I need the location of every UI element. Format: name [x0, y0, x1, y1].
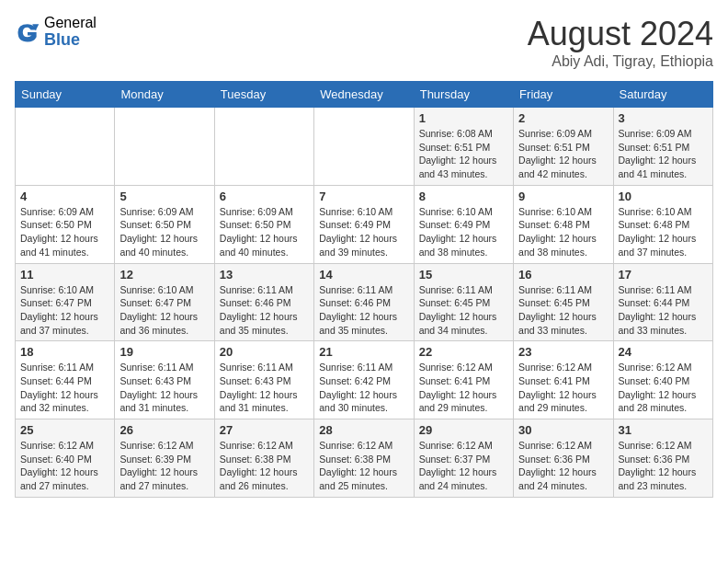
day-cell: 7Sunrise: 6:10 AM Sunset: 6:49 PM Daylig… — [314, 185, 414, 263]
day-cell: 16Sunrise: 6:11 AM Sunset: 6:45 PM Dayli… — [514, 263, 613, 341]
day-info: Sunrise: 6:11 AM Sunset: 6:46 PM Dayligh… — [220, 283, 309, 338]
day-info: Sunrise: 6:09 AM Sunset: 6:51 PM Dayligh… — [518, 127, 608, 181]
day-number: 24 — [619, 345, 708, 359]
day-cell: 14Sunrise: 6:11 AM Sunset: 6:46 PM Dayli… — [314, 263, 414, 341]
weekday-header-wednesday: Wednesday — [314, 82, 414, 108]
day-number: 9 — [518, 190, 608, 203]
day-number: 29 — [419, 423, 508, 437]
day-number: 12 — [119, 268, 209, 282]
day-cell: 1Sunrise: 6:08 AM Sunset: 6:51 PM Daylig… — [414, 108, 513, 186]
day-number: 11 — [20, 268, 109, 282]
day-info: Sunrise: 6:10 AM Sunset: 6:47 PM Dayligh… — [119, 283, 209, 338]
day-number: 18 — [20, 345, 109, 359]
day-info: Sunrise: 6:12 AM Sunset: 6:38 PM Dayligh… — [319, 439, 408, 493]
day-info: Sunrise: 6:11 AM Sunset: 6:42 PM Dayligh… — [319, 361, 408, 415]
week-row-2: 4Sunrise: 6:09 AM Sunset: 6:50 PM Daylig… — [16, 185, 713, 263]
day-cell: 22Sunrise: 6:12 AM Sunset: 6:41 PM Dayli… — [414, 341, 513, 419]
day-cell: 5Sunrise: 6:09 AM Sunset: 6:50 PM Daylig… — [115, 185, 214, 263]
day-number: 14 — [319, 268, 408, 282]
day-cell: 3Sunrise: 6:09 AM Sunset: 6:51 PM Daylig… — [613, 108, 712, 186]
weekday-header-friday: Friday — [514, 82, 613, 108]
day-cell: 6Sunrise: 6:09 AM Sunset: 6:50 PM Daylig… — [214, 185, 313, 263]
day-number: 7 — [319, 190, 408, 203]
day-number: 19 — [119, 345, 209, 359]
day-info: Sunrise: 6:09 AM Sunset: 6:50 PM Dayligh… — [20, 205, 109, 259]
weekday-header-tuesday: Tuesday — [214, 82, 313, 108]
day-info: Sunrise: 6:09 AM Sunset: 6:51 PM Dayligh… — [619, 127, 708, 181]
day-info: Sunrise: 6:11 AM Sunset: 6:43 PM Dayligh… — [119, 361, 209, 415]
day-number: 8 — [419, 190, 508, 203]
day-number: 23 — [518, 345, 608, 359]
logo-text: General Blue — [44, 15, 97, 49]
day-cell: 31Sunrise: 6:12 AM Sunset: 6:36 PM Dayli… — [613, 419, 712, 498]
day-info: Sunrise: 6:10 AM Sunset: 6:48 PM Dayligh… — [619, 205, 708, 259]
day-info: Sunrise: 6:10 AM Sunset: 6:48 PM Dayligh… — [518, 205, 608, 259]
day-number: 4 — [20, 190, 109, 203]
day-cell: 27Sunrise: 6:12 AM Sunset: 6:38 PM Dayli… — [214, 419, 313, 498]
day-cell: 4Sunrise: 6:09 AM Sunset: 6:50 PM Daylig… — [16, 185, 115, 263]
day-cell: 26Sunrise: 6:12 AM Sunset: 6:39 PM Dayli… — [115, 419, 214, 498]
day-number: 30 — [518, 423, 608, 437]
logo: General Blue — [15, 15, 97, 49]
day-info: Sunrise: 6:12 AM Sunset: 6:41 PM Dayligh… — [518, 361, 608, 415]
day-cell — [314, 108, 414, 186]
day-cell: 30Sunrise: 6:12 AM Sunset: 6:36 PM Dayli… — [514, 419, 613, 498]
day-number: 6 — [220, 190, 309, 203]
day-number: 5 — [119, 190, 209, 203]
week-row-1: 1Sunrise: 6:08 AM Sunset: 6:51 PM Daylig… — [16, 108, 713, 186]
day-number: 22 — [419, 345, 508, 359]
day-number: 21 — [319, 345, 408, 359]
day-cell: 29Sunrise: 6:12 AM Sunset: 6:37 PM Dayli… — [414, 419, 513, 498]
weekday-header-thursday: Thursday — [414, 82, 513, 108]
day-number: 3 — [619, 111, 708, 125]
day-number: 15 — [419, 268, 508, 282]
day-info: Sunrise: 6:12 AM Sunset: 6:38 PM Dayligh… — [220, 439, 309, 493]
day-cell: 20Sunrise: 6:11 AM Sunset: 6:43 PM Dayli… — [214, 341, 313, 419]
day-number: 25 — [20, 423, 109, 437]
day-cell: 2Sunrise: 6:09 AM Sunset: 6:51 PM Daylig… — [514, 108, 613, 186]
day-info: Sunrise: 6:09 AM Sunset: 6:50 PM Dayligh… — [119, 205, 209, 259]
day-cell: 25Sunrise: 6:12 AM Sunset: 6:40 PM Dayli… — [16, 419, 115, 498]
day-number: 2 — [518, 111, 608, 125]
day-cell: 12Sunrise: 6:10 AM Sunset: 6:47 PM Dayli… — [115, 263, 214, 341]
day-cell: 28Sunrise: 6:12 AM Sunset: 6:38 PM Dayli… — [314, 419, 414, 498]
day-number: 1 — [419, 111, 508, 125]
title-area: August 2024 Abiy Adi, Tigray, Ethiopia — [528, 15, 713, 70]
week-row-4: 18Sunrise: 6:11 AM Sunset: 6:44 PM Dayli… — [16, 341, 713, 419]
day-cell — [16, 108, 115, 186]
day-cell: 10Sunrise: 6:10 AM Sunset: 6:48 PM Dayli… — [613, 185, 712, 263]
logo-general: General — [44, 15, 97, 31]
day-info: Sunrise: 6:10 AM Sunset: 6:47 PM Dayligh… — [20, 283, 109, 338]
day-cell: 23Sunrise: 6:12 AM Sunset: 6:41 PM Dayli… — [514, 341, 613, 419]
day-cell: 24Sunrise: 6:12 AM Sunset: 6:40 PM Dayli… — [613, 341, 712, 419]
day-info: Sunrise: 6:12 AM Sunset: 6:36 PM Dayligh… — [619, 439, 708, 493]
day-number: 20 — [220, 345, 309, 359]
day-number: 26 — [119, 423, 209, 437]
calendar-table: SundayMondayTuesdayWednesdayThursdayFrid… — [15, 81, 713, 498]
day-cell: 15Sunrise: 6:11 AM Sunset: 6:45 PM Dayli… — [414, 263, 513, 341]
day-info: Sunrise: 6:09 AM Sunset: 6:50 PM Dayligh… — [220, 205, 309, 259]
day-cell: 19Sunrise: 6:11 AM Sunset: 6:43 PM Dayli… — [115, 341, 214, 419]
logo-blue: Blue — [44, 31, 97, 50]
day-info: Sunrise: 6:12 AM Sunset: 6:40 PM Dayligh… — [619, 361, 708, 415]
day-info: Sunrise: 6:11 AM Sunset: 6:45 PM Dayligh… — [518, 283, 608, 338]
day-cell: 8Sunrise: 6:10 AM Sunset: 6:49 PM Daylig… — [414, 185, 513, 263]
day-info: Sunrise: 6:11 AM Sunset: 6:46 PM Dayligh… — [319, 283, 408, 338]
day-cell: 9Sunrise: 6:10 AM Sunset: 6:48 PM Daylig… — [514, 185, 613, 263]
header: General Blue August 2024 Abiy Adi, Tigra… — [15, 15, 713, 70]
day-cell: 13Sunrise: 6:11 AM Sunset: 6:46 PM Dayli… — [214, 263, 313, 341]
logo-icon — [15, 19, 40, 45]
weekday-header-row: SundayMondayTuesdayWednesdayThursdayFrid… — [16, 82, 713, 108]
day-number: 27 — [220, 423, 309, 437]
location-title: Abiy Adi, Tigray, Ethiopia — [528, 53, 713, 70]
day-info: Sunrise: 6:12 AM Sunset: 6:39 PM Dayligh… — [119, 439, 209, 493]
day-cell: 11Sunrise: 6:10 AM Sunset: 6:47 PM Dayli… — [16, 263, 115, 341]
weekday-header-saturday: Saturday — [613, 82, 712, 108]
weekday-header-monday: Monday — [115, 82, 214, 108]
weekday-header-sunday: Sunday — [16, 82, 115, 108]
day-info: Sunrise: 6:10 AM Sunset: 6:49 PM Dayligh… — [419, 205, 508, 259]
day-info: Sunrise: 6:12 AM Sunset: 6:40 PM Dayligh… — [20, 439, 109, 493]
day-number: 16 — [518, 268, 608, 282]
day-cell — [214, 108, 313, 186]
week-row-3: 11Sunrise: 6:10 AM Sunset: 6:47 PM Dayli… — [16, 263, 713, 341]
